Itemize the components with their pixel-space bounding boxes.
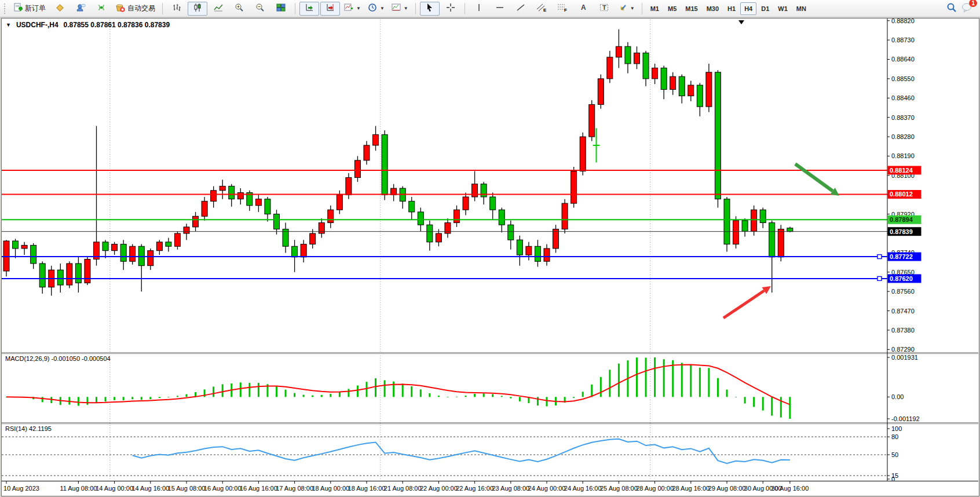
date-tick-label[interactable]: 11 Aug 08:00 — [60, 485, 97, 492]
periods-dropdown-caret[interactable]: ▼ — [380, 6, 385, 11]
date-tick-label[interactable]: 16 Aug 16:00 — [240, 485, 277, 492]
rsi-tick-label: 80 — [891, 433, 898, 440]
bull-candle — [562, 203, 568, 229]
crosshair-button[interactable] — [441, 2, 460, 16]
chart-bars-button[interactable] — [167, 2, 187, 16]
chart-line-button[interactable] — [209, 2, 228, 16]
date-tick-label[interactable]: 14 Aug 00:00 — [96, 485, 133, 492]
bear-candle — [409, 201, 415, 212]
chart-canvas[interactable]: 0.888200.887300.886400.885500.884600.883… — [2, 19, 979, 496]
price-badge-label: 0.87894 — [890, 216, 913, 223]
timeframe-button-h1[interactable]: H1 — [723, 2, 740, 15]
new-order-button[interactable]: 新订单 — [10, 2, 49, 16]
timeframe-button-m1[interactable]: M1 — [646, 2, 663, 15]
date-tick-label[interactable]: 21 Aug 08:00 — [384, 485, 422, 492]
equidistant-channel-button[interactable]: E — [532, 2, 551, 16]
arrows-button[interactable]: ▼ — [615, 2, 638, 16]
macd-histogram-bar — [717, 378, 719, 397]
chart-candles-button[interactable] — [188, 2, 207, 16]
bull-candle — [237, 193, 243, 199]
bear-candle — [31, 245, 36, 264]
down-trend-arrow[interactable] — [795, 164, 833, 191]
date-tick-label[interactable]: 23 Aug 08:00 — [492, 485, 529, 492]
bear-candle — [499, 210, 504, 225]
cursor-button[interactable] — [420, 2, 440, 16]
periods-button[interactable]: ▼ — [365, 2, 387, 16]
line-handle[interactable] — [877, 276, 882, 280]
bull-candle — [156, 242, 162, 251]
bull-candle — [255, 199, 261, 206]
timeframe-button-m30[interactable]: M30 — [703, 2, 723, 15]
bull-candle — [310, 233, 316, 244]
timeframe-button-h4[interactable]: H4 — [740, 2, 756, 15]
fibonacci-button[interactable]: F — [553, 2, 572, 16]
indicators-dropdown-caret[interactable]: ▼ — [356, 6, 361, 11]
macd-histogram-bar — [375, 378, 376, 397]
zoom-out-button[interactable] — [250, 2, 270, 16]
notifications-chat-icon[interactable]: 1 — [961, 2, 973, 15]
timeframe-button-m15[interactable]: M15 — [681, 2, 701, 15]
price-tick-label: 0.88190 — [891, 152, 915, 159]
date-tick-label[interactable]: 30 Aug 16:00 — [771, 485, 809, 492]
templates-dropdown-caret[interactable]: ▼ — [404, 6, 408, 11]
bear-candle — [679, 76, 685, 96]
timeframe-button-d1[interactable]: D1 — [757, 2, 773, 15]
date-tick-label[interactable]: 22 Aug 00:00 — [420, 485, 458, 492]
trendline-button[interactable] — [511, 2, 531, 16]
macd-histogram-bar — [105, 397, 107, 401]
text-button[interactable]: A — [573, 2, 593, 16]
arrows-dropdown-caret[interactable]: ▼ — [630, 6, 635, 11]
profile-button[interactable] — [71, 2, 90, 16]
macd-histogram-bar — [78, 397, 79, 405]
date-tick-label[interactable]: 10 Aug 2023 — [3, 485, 39, 492]
date-tick-label[interactable]: 28 Aug 16:00 — [672, 485, 710, 492]
chart-shift-marker[interactable] — [738, 20, 744, 24]
chart-menu-caret-icon[interactable]: ▼ — [6, 22, 11, 28]
date-tick-label[interactable]: 16 Aug 00:00 — [204, 485, 242, 492]
chart-window[interactable]: ▼ USDCHF-,H4 0.87855 0.87861 0.87836 0.8… — [1, 18, 979, 496]
horizontal-line-button[interactable] — [490, 2, 510, 16]
timeframe-button-mn[interactable]: MN — [792, 2, 810, 15]
bull-candle — [193, 216, 199, 227]
bull-candle — [148, 251, 153, 266]
new-order-icon — [13, 3, 23, 14]
macd-histogram-bar — [177, 396, 178, 397]
bear-candle — [742, 221, 748, 232]
macd-histogram-bar — [339, 392, 341, 397]
date-tick-label[interactable]: 22 Aug 16:00 — [456, 485, 493, 492]
macd-histogram-bar — [141, 397, 142, 400]
autotrade-button[interactable]: 自动交易 — [112, 2, 158, 16]
macd-histogram-bar — [573, 397, 575, 398]
date-tick-label[interactable]: 24 Aug 00:00 — [528, 485, 566, 492]
date-tick-label[interactable]: 18 Aug 00:00 — [312, 485, 349, 492]
text-label-button[interactable]: T — [594, 2, 614, 16]
macd-histogram-bar — [762, 397, 764, 410]
marketwatch-button[interactable] — [50, 2, 70, 16]
date-tick-label[interactable]: 15 Aug 08:00 — [168, 485, 206, 492]
date-tick-label[interactable]: 18 Aug 16:00 — [348, 485, 386, 492]
autotrade-icon — [115, 3, 125, 14]
bear-candle — [517, 240, 522, 255]
date-tick-label[interactable]: 24 Aug 16:00 — [564, 485, 602, 492]
vertical-line-button[interactable] — [469, 2, 489, 16]
date-tick-label[interactable]: 14 Aug 16:00 — [131, 485, 169, 492]
toolbar-separator — [162, 3, 163, 14]
indicators-icon — [344, 3, 353, 14]
templates-button[interactable]: ▼ — [389, 2, 411, 16]
date-tick-label[interactable]: 28 Aug 00:00 — [636, 485, 674, 492]
main-toolbar: 新订单 自动交易 — [0, 0, 980, 17]
line-handle[interactable] — [877, 255, 882, 259]
up-bounce-arrow[interactable] — [723, 291, 764, 318]
timeframe-button-m5[interactable]: M5 — [664, 2, 681, 15]
signal-button[interactable] — [92, 2, 111, 16]
search-icon[interactable] — [946, 2, 957, 15]
auto-scroll-button[interactable] — [299, 2, 319, 16]
date-tick-label[interactable]: 25 Aug 08:00 — [600, 485, 638, 492]
date-tick-label[interactable]: 17 Aug 08:00 — [276, 485, 313, 492]
zoom-in-button[interactable] — [229, 2, 249, 16]
chart-shift-button[interactable] — [320, 2, 340, 16]
timeframe-button-w1[interactable]: W1 — [774, 2, 792, 15]
date-tick-label[interactable]: 29 Aug 08:00 — [708, 485, 746, 492]
tile-windows-button[interactable] — [271, 2, 291, 16]
indicators-button[interactable]: ▼ — [341, 2, 364, 16]
